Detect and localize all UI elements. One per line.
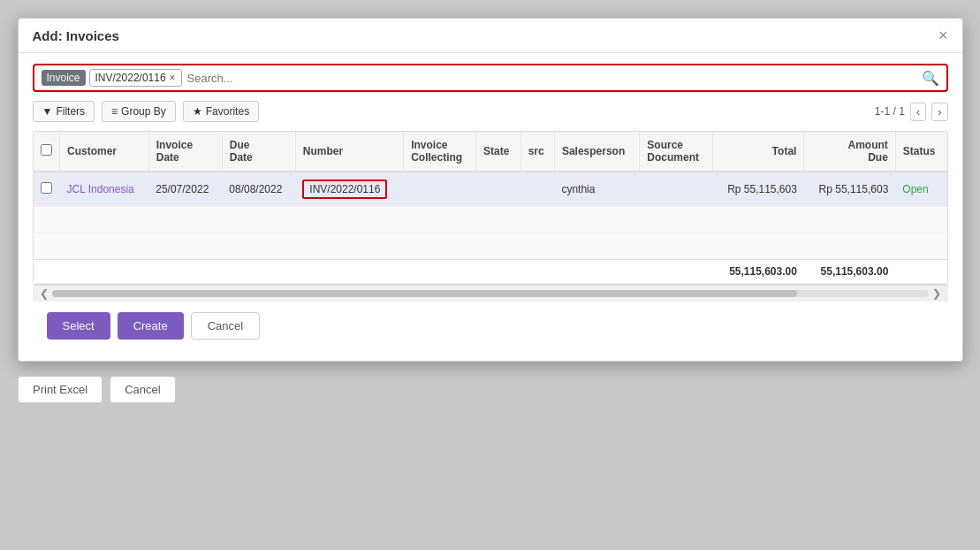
cell-amount-due: Rp 55,115,603 [804, 172, 895, 207]
cell-total: Rp 55,115,603 [712, 172, 803, 207]
create-button[interactable]: Create [118, 312, 184, 340]
row-checkbox[interactable] [41, 182, 52, 194]
cell-due-date: 08/08/2022 [222, 172, 295, 207]
cell-src [520, 172, 554, 207]
invoice-table: Customer InvoiceDate DueDate Number Invo… [34, 132, 947, 284]
search-icon: 🔍 [922, 71, 939, 86]
th-due-date: DueDate [222, 132, 295, 172]
search-tag-value: INV/2022/0116 × [89, 69, 182, 87]
star-icon: ★ [193, 105, 202, 118]
action-buttons: Select Create Cancel [33, 301, 948, 350]
invoice-number: INV/2022/0116 [302, 180, 387, 199]
group-by-button[interactable]: ≡ Group By [102, 101, 176, 122]
filter-icon: ▼ [42, 105, 53, 118]
table-row: JCL Indonesia 25/07/2022 08/08/2022 INV/… [34, 172, 947, 207]
totals-spacer [34, 260, 713, 284]
modal-close-button[interactable]: × [938, 27, 948, 43]
empty-row-2 [34, 233, 947, 260]
th-customer: Customer [60, 132, 149, 172]
totals-row: 55,115,603.00 55,115,603.00 [34, 260, 947, 284]
next-page-button[interactable]: › [931, 103, 947, 121]
bottom-area: Print Excel Cancel [18, 376, 176, 403]
search-tag-value-text: INV/2022/0116 [95, 72, 166, 84]
th-total: Total [712, 132, 803, 172]
cell-salesperson: cynthia [554, 172, 639, 207]
row-checkbox-cell [34, 172, 60, 207]
add-invoices-modal: Add: Invoices × Invoice INV/2022/0116 × … [18, 18, 963, 362]
th-salesperson: Salesperson [554, 132, 639, 172]
scrollbar-thumb[interactable] [52, 290, 797, 297]
empty-row-1 [34, 207, 947, 233]
invoice-table-container: Customer InvoiceDate DueDate Number Invo… [33, 131, 948, 285]
search-tag-invoice: Invoice [42, 70, 86, 86]
select-button[interactable]: Select [47, 312, 110, 340]
cell-invoice-collecting [404, 172, 476, 207]
th-source-document: SourceDocument [640, 132, 713, 172]
favorites-button[interactable]: ★ Favorites [183, 101, 259, 122]
table-header-row: Customer InvoiceDate DueDate Number Invo… [34, 132, 947, 172]
th-invoice-collecting: InvoiceCollecting [404, 132, 476, 172]
filters-label: Filters [56, 105, 85, 118]
empty-cell-1 [34, 207, 947, 233]
cell-customer: JCL Indonesia [60, 172, 149, 207]
group-by-icon: ≡ [111, 105, 118, 118]
pagination-text: 1-1 / 1 [875, 105, 905, 118]
totals-status [895, 260, 946, 284]
filters-button[interactable]: ▼ Filters [33, 101, 95, 122]
totals-amount-due: 55,115,603.00 [804, 260, 895, 284]
search-bar: Invoice INV/2022/0116 × 🔍 [33, 64, 948, 92]
group-by-label: Group By [121, 105, 166, 118]
th-src: src [520, 132, 554, 172]
th-state: State [476, 132, 521, 172]
th-amount-due: AmountDue [804, 132, 895, 172]
search-button[interactable]: 🔍 [922, 70, 939, 87]
empty-cell-2 [34, 233, 947, 260]
modal-body: Invoice INV/2022/0116 × 🔍 ▼ Filters ≡ Gr… [19, 53, 962, 361]
search-tag-remove-button[interactable]: × [170, 72, 176, 84]
scroll-right-arrow[interactable]: ❯ [929, 287, 945, 300]
select-all-column [34, 132, 60, 172]
bottom-cancel-button[interactable]: Cancel [110, 376, 175, 403]
modal-title: Add: Invoices [33, 28, 119, 43]
horizontal-scrollbar[interactable]: ❮ ❯ [33, 285, 948, 301]
filter-toolbar: ▼ Filters ≡ Group By ★ Favorites 1-1 / 1… [33, 101, 948, 122]
modal-header: Add: Invoices × [19, 19, 962, 53]
th-number: Number [295, 132, 403, 172]
scroll-left-arrow[interactable]: ❮ [36, 287, 52, 300]
cell-number: INV/2022/0116 [295, 172, 403, 207]
cell-state [476, 172, 521, 207]
select-all-checkbox[interactable] [41, 144, 52, 156]
cancel-button[interactable]: Cancel [191, 312, 260, 340]
pagination-info: 1-1 / 1 ‹ › [875, 103, 948, 121]
prev-page-button[interactable]: ‹ [910, 103, 926, 121]
status-badge: Open [902, 183, 928, 195]
print-excel-button[interactable]: Print Excel [18, 376, 103, 403]
customer-link[interactable]: JCL Indonesia [67, 183, 134, 195]
favorites-label: Favorites [206, 105, 249, 118]
search-input[interactable] [187, 72, 922, 85]
cell-invoice-date: 25/07/2022 [148, 172, 222, 207]
th-status: Status [895, 132, 946, 172]
cell-status: Open [895, 172, 946, 207]
cell-source-document [640, 172, 713, 207]
scrollbar-track[interactable] [52, 290, 929, 297]
totals-total: 55,115,603.00 [712, 260, 803, 284]
th-invoice-date: InvoiceDate [148, 132, 222, 172]
